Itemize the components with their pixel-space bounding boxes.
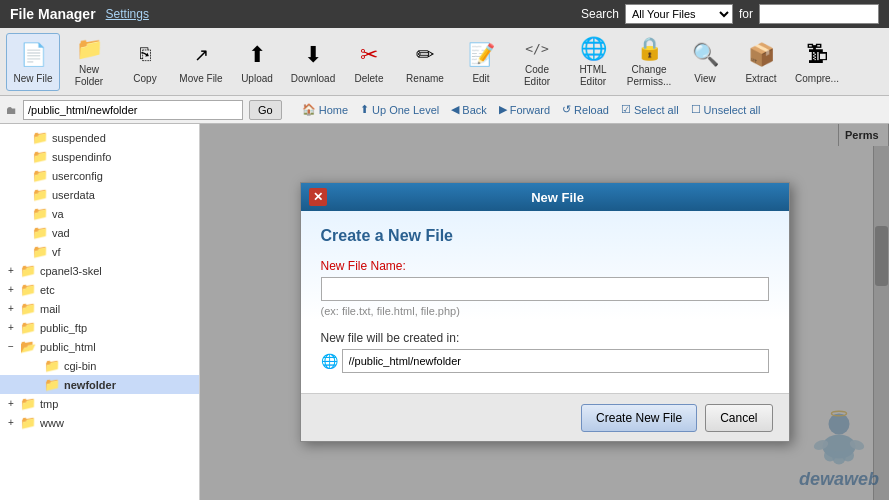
unselect-all-button[interactable]: ☐ Unselect all: [687, 101, 765, 118]
folder-icon: 📁: [20, 282, 36, 297]
path-input[interactable]: [23, 100, 243, 120]
sidebar-item-va[interactable]: 📁 va: [0, 204, 199, 223]
copy-icon: ⎘: [129, 39, 161, 71]
code-editor-button[interactable]: </> Code Editor: [510, 33, 564, 91]
sidebar-item-suspended[interactable]: 📁 suspended: [0, 128, 199, 147]
settings-link[interactable]: Settings: [106, 7, 149, 21]
sidebar-item-label: etc: [40, 284, 55, 296]
folder-icon: 📁: [32, 206, 48, 221]
sidebar-item-cpanel3-skel[interactable]: + 📁 cpanel3-skel: [0, 261, 199, 280]
sidebar-item-userdata[interactable]: 📁 userdata: [0, 185, 199, 204]
move-file-icon: ↗: [185, 39, 217, 71]
toolbar: 📄 New File 📁 New Folder ⎘ Copy ↗ Move Fi…: [0, 28, 889, 96]
compress-label: Compre...: [795, 73, 839, 85]
sidebar-item-userconfig[interactable]: 📁 userconfig: [0, 166, 199, 185]
move-file-button[interactable]: ↗ Move File: [174, 33, 228, 91]
back-button[interactable]: ◀ Back: [447, 101, 490, 118]
folder-icon: 📁: [20, 320, 36, 335]
new-file-modal: ✕ New File Create a New File New File Na…: [300, 182, 790, 442]
sidebar-item-public-ftp[interactable]: + 📁 public_ftp: [0, 318, 199, 337]
sidebar-item-www[interactable]: + 📁 www: [0, 413, 199, 432]
html-editor-button[interactable]: 🌐 HTML Editor: [566, 33, 620, 91]
cancel-button[interactable]: Cancel: [705, 404, 772, 432]
modal-title: New File: [335, 190, 781, 205]
new-folder-label: New Folder: [65, 64, 113, 88]
forward-label: Forward: [510, 104, 550, 116]
sidebar-item-tmp[interactable]: + 📁 tmp: [0, 394, 199, 413]
edit-button[interactable]: 📝 Edit: [454, 33, 508, 91]
download-button[interactable]: ⬇ Download: [286, 33, 340, 91]
delete-button[interactable]: ✂ Delete: [342, 33, 396, 91]
sidebar-item-label: www: [40, 417, 64, 429]
search-select[interactable]: All Your Files File Names Only File Cont…: [625, 4, 733, 24]
modal-body: Create a New File New File Name: (ex: fi…: [301, 211, 789, 393]
upload-icon: ⬆: [241, 39, 273, 71]
folder-icon: 📁: [32, 168, 48, 183]
sidebar-item-suspendinfo[interactable]: 📁 suspendinfo: [0, 147, 199, 166]
rename-button[interactable]: ✏ Rename: [398, 33, 452, 91]
change-permissions-icon: 🔒: [633, 36, 665, 62]
sidebar-item-cgi-bin[interactable]: 📁 cgi-bin: [0, 356, 199, 375]
folder-icon: 📁: [32, 187, 48, 202]
sidebar-item-vad[interactable]: 📁 vad: [0, 223, 199, 242]
reload-icon: ↺: [562, 103, 571, 116]
up-icon: ⬆: [360, 103, 369, 116]
modal-titlebar: ✕ New File: [301, 183, 789, 211]
html-editor-icon: 🌐: [577, 36, 609, 62]
sidebar-item-public-html[interactable]: − 📂 public_html: [0, 337, 199, 356]
forward-button[interactable]: ▶ Forward: [495, 101, 554, 118]
app-title: File Manager: [10, 6, 96, 22]
modal-footer: Create New File Cancel: [301, 393, 789, 441]
folder-icon: 📁: [44, 377, 60, 392]
file-name-input[interactable]: [321, 277, 769, 301]
address-bar: 🖿 Go 🏠 Home ⬆ Up One Level ◀ Back ▶ Forw…: [0, 96, 889, 124]
sidebar-item-label: tmp: [40, 398, 58, 410]
search-for-label: for: [739, 7, 753, 21]
sidebar-item-etc[interactable]: + 📁 etc: [0, 280, 199, 299]
view-button[interactable]: 🔍 View: [678, 33, 732, 91]
sidebar-item-mail[interactable]: + 📁 mail: [0, 299, 199, 318]
extract-icon: 📦: [745, 39, 777, 71]
change-permissions-button[interactable]: 🔒 Change Permiss...: [622, 33, 676, 91]
created-in-path-input[interactable]: [342, 349, 769, 373]
modal-close-button[interactable]: ✕: [309, 188, 327, 206]
file-name-hint: (ex: file.txt, file.html, file.php): [321, 305, 769, 317]
file-area: Perms: [200, 124, 889, 500]
new-file-icon: 📄: [17, 39, 49, 71]
sidebar-item-label: cpanel3-skel: [40, 265, 102, 277]
home-nav-button[interactable]: 🏠 Home: [298, 101, 352, 118]
compress-icon: 🗜: [801, 39, 833, 71]
go-button[interactable]: Go: [249, 100, 282, 120]
up-level-button[interactable]: ⬆ Up One Level: [356, 101, 443, 118]
delete-label: Delete: [355, 73, 384, 85]
sidebar-item-label: vad: [52, 227, 70, 239]
sidebar-item-vf[interactable]: 📁 vf: [0, 242, 199, 261]
up-label: Up One Level: [372, 104, 439, 116]
copy-button[interactable]: ⎘ Copy: [118, 33, 172, 91]
new-file-label: New File: [14, 73, 53, 85]
create-new-file-button[interactable]: Create New File: [581, 404, 697, 432]
compress-button[interactable]: 🗜 Compre...: [790, 33, 844, 91]
code-editor-label: Code Editor: [513, 64, 561, 88]
upload-button[interactable]: ⬆ Upload: [230, 33, 284, 91]
html-editor-label: HTML Editor: [569, 64, 617, 88]
nav-section: 🏠 Home ⬆ Up One Level ◀ Back ▶ Forward ↺…: [298, 101, 765, 118]
sidebar-item-label: suspended: [52, 132, 106, 144]
sidebar-item-label: userconfig: [52, 170, 103, 182]
sidebar-item-label: suspendinfo: [52, 151, 111, 163]
code-editor-icon: </>: [521, 36, 553, 62]
view-label: View: [694, 73, 716, 85]
new-folder-button[interactable]: 📁 New Folder: [62, 33, 116, 91]
search-input[interactable]: [759, 4, 879, 24]
new-file-button[interactable]: 📄 New File: [6, 33, 60, 91]
sidebar-item-newfolder[interactable]: 📁 newfolder: [0, 375, 199, 394]
download-icon: ⬇: [297, 39, 329, 71]
sidebar-item-label: va: [52, 208, 64, 220]
rename-icon: ✏: [409, 39, 441, 71]
delete-icon: ✂: [353, 39, 385, 71]
expand-icon: +: [8, 284, 18, 295]
select-all-button[interactable]: ☑ Select all: [617, 101, 683, 118]
reload-button[interactable]: ↺ Reload: [558, 101, 613, 118]
extract-button[interactable]: 📦 Extract: [734, 33, 788, 91]
sidebar-item-label: cgi-bin: [64, 360, 96, 372]
